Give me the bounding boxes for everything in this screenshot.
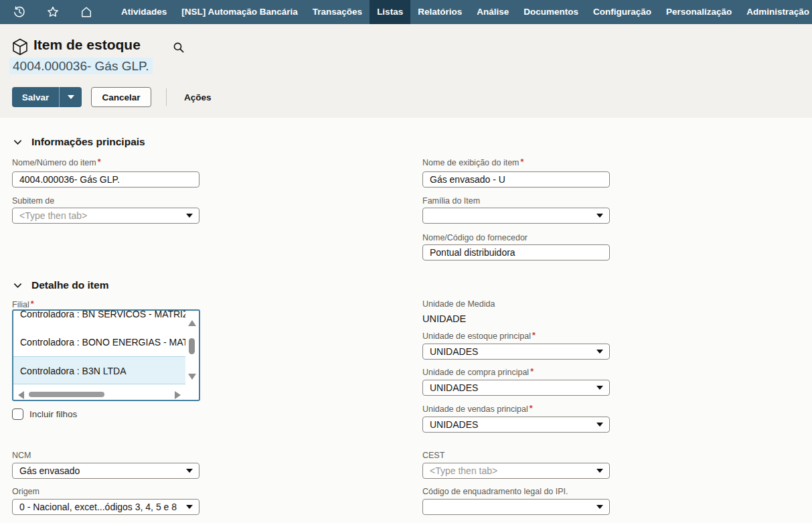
- required-asterisk: *: [31, 299, 34, 309]
- section-header-informacoes-principais[interactable]: Informações principais: [13, 136, 145, 148]
- label-codigo-enquadramento-ipi: Código de enquadramento legal do IPI.: [422, 487, 568, 496]
- label-origem: Origem: [12, 487, 39, 496]
- dropdown-caret-icon: [596, 423, 603, 427]
- ncm-dropdown[interactable]: Gás envasado: [12, 463, 199, 479]
- section-title: Detalhe do item: [31, 279, 108, 291]
- dropdown-caret-icon: [186, 505, 193, 509]
- unidade-compra-principal-dropdown[interactable]: UNIDADES: [422, 380, 610, 396]
- search-icon[interactable]: [173, 42, 185, 54]
- star-icon[interactable]: [46, 5, 60, 19]
- subitem-de-dropdown[interactable]: <Type then tab>: [12, 208, 199, 224]
- dropdown-caret-icon: [596, 469, 603, 473]
- incluir-filhos-checkbox-row[interactable]: Incluir filhos: [12, 408, 77, 420]
- label-unidade-vendas-principal: Unidade de vendas principal*: [422, 404, 533, 414]
- scroll-down-icon[interactable]: [188, 374, 196, 380]
- label-unidade-compra-principal: Unidade de compra principal*: [422, 368, 534, 377]
- cancel-button[interactable]: Cancelar: [91, 87, 151, 107]
- nome-numero-item-input[interactable]: [12, 171, 199, 188]
- filial-multiselect[interactable]: Controladora : BN SERVICOS - MATRIZ Cont…: [12, 309, 200, 401]
- vertical-scrollbar[interactable]: [185, 311, 199, 389]
- history-icon[interactable]: [12, 5, 27, 19]
- chevron-down-icon: [13, 139, 22, 145]
- save-button[interactable]: Salvar: [12, 87, 59, 107]
- nav-item-administracao[interactable]: Administração d: [739, 0, 812, 24]
- dropdown-caret-icon: [596, 505, 603, 509]
- unidade-estoque-principal-dropdown[interactable]: UNIDADES: [422, 344, 610, 360]
- label-ncm: NCM: [12, 451, 31, 460]
- save-dropdown-button[interactable]: [59, 87, 82, 107]
- required-asterisk: *: [98, 157, 101, 167]
- label-cest: CEST: [422, 451, 444, 460]
- label-subitem-de: Subitem de: [12, 196, 54, 206]
- unidade-de-medida-value: UNIDADE: [422, 313, 466, 324]
- chevron-down-icon: [13, 283, 22, 289]
- nav-item-configuracao[interactable]: Configuração: [586, 0, 659, 24]
- codigo-enquadramento-ipi-dropdown[interactable]: [422, 499, 610, 515]
- horizontal-scrollbar[interactable]: [13, 389, 185, 400]
- vertical-scroll-thumb[interactable]: [189, 338, 195, 354]
- top-nav: Atividades [NSL] Automação Bancária Tran…: [0, 0, 812, 24]
- cest-dropdown[interactable]: <Type then tab>: [422, 463, 610, 479]
- action-button-row: Salvar Cancelar Ações: [12, 87, 212, 107]
- list-item[interactable]: Controladora : BN SERVICOS - MATRIZ: [13, 311, 185, 328]
- record-name: 4004.000036- Gás GLP.: [9, 59, 153, 74]
- nav-item-documentos[interactable]: Documentos: [516, 0, 586, 24]
- dropdown-caret-icon: [186, 214, 193, 218]
- scroll-left-icon[interactable]: [18, 391, 24, 399]
- dropdown-caret-icon: [596, 214, 603, 218]
- filial-options: Controladora : BN SERVICOS - MATRIZ Cont…: [13, 311, 185, 389]
- nav-item-nsl-automacao-bancaria[interactable]: [NSL] Automação Bancária: [174, 0, 305, 24]
- checkbox-unchecked-icon[interactable]: [12, 408, 23, 420]
- nome-exibicao-item-input[interactable]: [422, 171, 610, 188]
- list-item-selected[interactable]: Controladora : B3N LTDA: [13, 356, 185, 384]
- list-item[interactable]: Controladora : BONO ENERGIAS - MAT: [13, 328, 185, 356]
- label-unidade-de-medida: Unidade de Medida: [422, 299, 495, 309]
- label-nome-codigo-fornecedor: Nome/Código do fornecedor: [422, 233, 527, 242]
- nav-item-atividades[interactable]: Atividades: [114, 0, 174, 24]
- page-header: Item de estoque 4004.000036- Gás GLP. Sa…: [0, 24, 812, 118]
- familia-do-item-dropdown[interactable]: [422, 208, 610, 224]
- required-asterisk: *: [532, 331, 536, 340]
- nav-item-personalizacao[interactable]: Personalização: [659, 0, 739, 24]
- label-unidade-estoque-principal: Unidade de estoque principal*: [422, 331, 536, 341]
- dropdown-caret-icon: [596, 350, 603, 354]
- home-icon[interactable]: [79, 5, 94, 19]
- section-title: Informações principais: [31, 136, 145, 148]
- page-title: Item de estoque: [33, 37, 141, 53]
- nav-menu: Atividades [NSL] Automação Bancária Tran…: [114, 0, 812, 24]
- checkbox-label: Incluir filhos: [29, 409, 77, 419]
- form-area: Informações principais Nome/Número do it…: [0, 118, 812, 523]
- package-cube-icon: [12, 38, 28, 56]
- button-divider: [166, 88, 167, 106]
- label-filial: Filial*: [12, 300, 34, 309]
- scroll-right-icon[interactable]: [175, 391, 181, 399]
- dropdown-caret-icon: [596, 386, 603, 390]
- chevron-down-icon: [68, 95, 74, 99]
- actions-menu[interactable]: Ações: [184, 92, 212, 102]
- horizontal-scroll-thumb[interactable]: [29, 392, 104, 397]
- dropdown-caret-icon: [186, 469, 193, 473]
- nome-codigo-fornecedor-input[interactable]: [422, 244, 610, 260]
- nav-item-transacoes[interactable]: Transações: [305, 0, 370, 24]
- label-nome-exibicao-item: Nome de exibição do item*: [422, 158, 523, 167]
- label-nome-numero-item: Nome/Número do item*: [12, 158, 101, 167]
- origem-dropdown[interactable]: 0 - Nacional, excet...ódigos 3, 4, 5 e 8: [12, 499, 199, 515]
- required-asterisk: *: [530, 404, 533, 413]
- nav-item-analise[interactable]: Análise: [469, 0, 516, 24]
- required-asterisk: *: [521, 157, 524, 167]
- required-asterisk: *: [530, 367, 534, 376]
- unidade-vendas-principal-dropdown[interactable]: UNIDADES: [422, 417, 610, 433]
- nav-item-listas[interactable]: Listas: [370, 0, 410, 24]
- nav-item-relatorios[interactable]: Relatórios: [410, 0, 469, 24]
- scroll-up-icon[interactable]: [188, 320, 196, 326]
- section-header-detalhe-do-item[interactable]: Detalhe do item: [13, 279, 108, 291]
- label-familia-do-item: Família do Item: [422, 196, 480, 206]
